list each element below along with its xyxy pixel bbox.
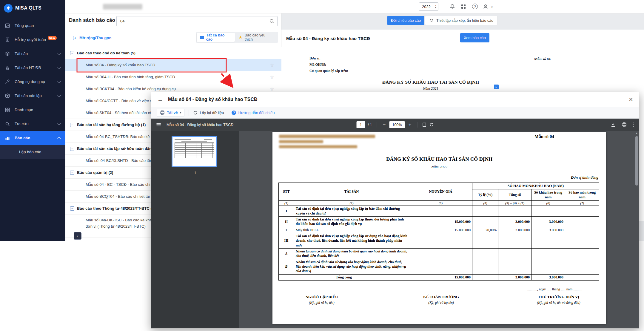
collapse-box-icon[interactable]: −: [70, 171, 74, 175]
download-icon[interactable]: [611, 122, 616, 127]
favorite-star-icon[interactable]: ☆: [270, 86, 274, 92]
expand-collapse-toggle[interactable]: + Mở rộng/Thu gọn: [73, 36, 111, 40]
favorite-star-icon[interactable]: ☆: [270, 74, 274, 80]
view-report-button[interactable]: Xem báo cáo: [460, 33, 489, 42]
filter-label: Tất cả báo cáo: [206, 33, 232, 42]
filter-favorite-reports[interactable]: ★ Báo cáo yêu thích: [235, 33, 277, 42]
sidebar-item-tai-san-ht-db[interactable]: Tài sản HT-ĐB: [0, 61, 65, 75]
signature-note: (Ký, ghi rõ họ tên): [272, 301, 371, 304]
sidebar-item-tong-quan[interactable]: Tổng quan: [0, 19, 65, 33]
pdf-action-icons: [611, 122, 634, 127]
report-settings-button[interactable]: Thiết lập sắp xếp, ẩn hiện báo cáo: [425, 16, 497, 25]
cell: [531, 233, 565, 248]
zoom-out-button[interactable]: −: [382, 122, 386, 128]
group-label: Báo cáo quản trị (2): [77, 170, 113, 175]
sidebar-item-lap-bao-cao[interactable]: Lập báo cáo: [0, 145, 65, 159]
misa-logo-icon: [4, 4, 13, 13]
cell: [565, 233, 599, 248]
caret-down-icon: ▾: [180, 111, 181, 114]
zoom-level[interactable]: 100%: [389, 121, 405, 128]
report-item[interactable]: Mẫu số B04-H - Báo cáo tình hình tăng, g…: [65, 71, 281, 83]
gear-icon: [429, 18, 434, 23]
table-row: B Nhóm tài sản cố định vừa sử dụng vào h…: [279, 259, 599, 274]
sidebar-item-tai-san[interactable]: Tài sản: [0, 47, 65, 61]
chevron-down-icon: [57, 94, 61, 97]
cell: A: [279, 249, 294, 259]
signature-note: (Ký, ghi rõ họ tên): [389, 301, 493, 304]
user-account-icon[interactable]: [483, 4, 489, 10]
report-item-label: Mẫu số SKT04 - Sổ theo dõi tài sản cố đ: [86, 111, 155, 115]
reload-data-button[interactable]: Lấy lại dữ liệu: [193, 111, 224, 115]
preview-next-button[interactable]: ▸: [494, 85, 499, 89]
cell: I: [279, 206, 294, 217]
chevron-down-icon: [57, 79, 61, 83]
cell: [472, 206, 498, 217]
more-options-icon[interactable]: [633, 122, 634, 127]
collapse-box-icon[interactable]: −: [70, 51, 74, 55]
sidebar-item-ho-tro-quyet-toan[interactable]: Hỗ trợ quyết toán NEW: [0, 33, 65, 47]
redacted-org-name: [103, 4, 142, 10]
page-number-input[interactable]: 1: [357, 121, 365, 128]
report-group[interactable]: − Báo cáo theo chế độ kế toán (5): [65, 47, 281, 59]
collapse-box-icon[interactable]: −: [70, 123, 74, 127]
thumb-table-sketch: [175, 142, 214, 158]
sidebar-item-tra-cuu[interactable]: Tra cứu: [0, 117, 65, 131]
user-menu-caret-icon[interactable]: ▾: [491, 5, 493, 9]
chevron-down-icon: [57, 51, 61, 55]
rotate-icon[interactable]: [429, 122, 434, 127]
sidebar-collapse-button[interactable]: ‹: [74, 232, 81, 240]
scrollbar-thumb[interactable]: [635, 136, 638, 186]
doc-code-label: Mã QHNS:: [309, 63, 326, 66]
cell: [498, 259, 531, 274]
doc-title: ĐĂNG KÝ SỐ KHẤU HAO TÀI SẢN CỐ ĐỊNH: [299, 79, 562, 85]
bar-chart-icon: [5, 135, 10, 141]
sidebar-item-bao-cao[interactable]: Báo cáo: [0, 131, 65, 145]
cell: 15.000.000: [409, 216, 472, 227]
sidebar-item-danh-muc[interactable]: Danh mục: [0, 103, 65, 117]
sidebar: MISA QLTS Tổng quan Hỗ trợ quyết toán NE…: [0, 0, 65, 241]
group-label: Báo cáo theo chế độ kế toán (5): [77, 51, 135, 55]
cell: III: [279, 233, 294, 248]
doc-unit-label: Đơn vị:: [309, 56, 321, 60]
cell: Tài sản cố định tại đơn vị sự nghiệp côn…: [294, 206, 409, 217]
chevron-up-icon: [57, 137, 61, 140]
search-icon: [5, 121, 10, 127]
search-input[interactable]: [117, 16, 277, 26]
zoom-in-button[interactable]: +: [407, 122, 412, 128]
back-arrow-icon[interactable]: ←: [157, 96, 163, 103]
compare-reports-button[interactable]: Đối chiếu báo cáo: [387, 16, 424, 25]
cell: (5) = (6) + (7): [498, 201, 531, 206]
close-icon[interactable]: ×: [629, 96, 633, 103]
col-header: Số hao mòn trong năm: [565, 189, 599, 201]
collapse-box-icon[interactable]: −: [70, 206, 74, 211]
thumb-sketch: [181, 141, 207, 142]
hamburger-menu-icon[interactable]: [156, 122, 161, 127]
year-select[interactable]: 2022 ▲▼: [419, 2, 438, 11]
cell: (1): [279, 201, 294, 206]
document-icon: [5, 37, 10, 42]
favorite-star-icon[interactable]: ☆: [270, 62, 274, 68]
page-thumbnail[interactable]: [172, 136, 217, 167]
print-icon[interactable]: [622, 122, 627, 127]
filter-label: Báo cáo yêu thích: [245, 33, 274, 42]
filter-all-reports[interactable]: Tất cả báo cáo: [197, 33, 235, 42]
cell: Nhóm tài sản cố định vừa sử dụng vào hoạ…: [294, 259, 409, 274]
collapse-box-icon[interactable]: −: [70, 147, 74, 151]
notification-bell-icon[interactable]: [449, 4, 455, 10]
fit-page-icon[interactable]: [422, 122, 426, 127]
sidebar-item-cong-cu-dung-cu[interactable]: Công cụ dụng cụ: [0, 75, 65, 89]
report-item-selected[interactable]: Mẫu số 04 - Đăng ký số khấu hao TSCĐ ☆: [65, 59, 281, 71]
sidebar-item-tai-san-xac-lap[interactable]: Tài sản xác lập: [0, 89, 65, 103]
search-icon[interactable]: [269, 19, 275, 24]
download-label: Tải về: [167, 111, 178, 115]
scroll-up-arrow-icon[interactable]: ▲: [635, 132, 638, 134]
apps-grid-icon[interactable]: [461, 4, 466, 9]
cell: [409, 249, 472, 259]
doc-form-number: Mẫu số 04: [534, 57, 551, 62]
help-icon[interactable]: ?: [472, 4, 478, 9]
chevron-down-icon: [57, 65, 61, 69]
download-report-button[interactable]: Tải về ▾: [157, 109, 184, 117]
cell: 3.000.000: [498, 274, 531, 280]
spinner-arrows-icon[interactable]: ▲▼: [433, 3, 438, 10]
comparison-guide-button[interactable]: ? Hướng dẫn đối chiếu: [232, 111, 275, 115]
